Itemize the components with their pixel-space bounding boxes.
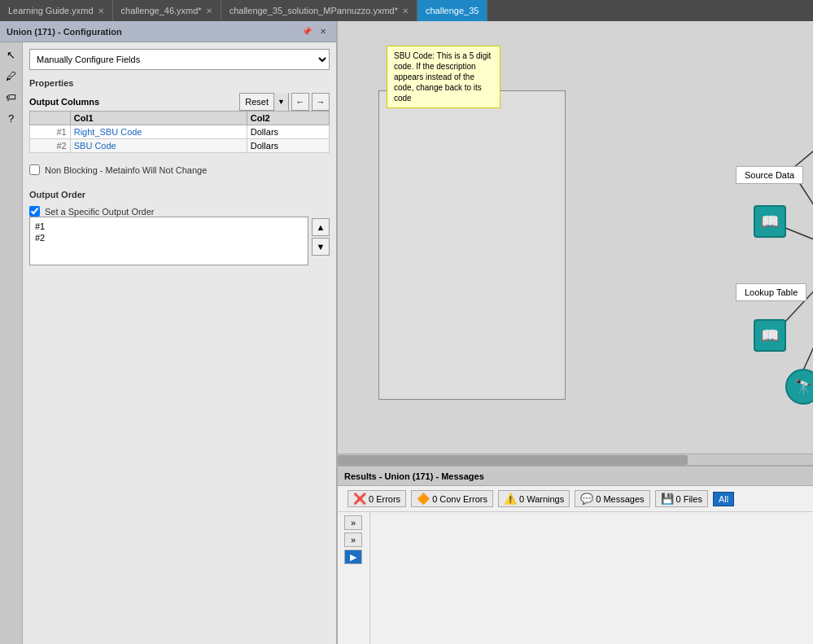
col1-value: SBU Code: [70, 139, 247, 153]
order-buttons: ▲ ▼: [312, 217, 330, 265]
svg-line-3: [799, 265, 813, 379]
table-row[interactable]: #2 SBU Code Dollars: [30, 139, 330, 153]
warnings-label: 0 Warnings: [519, 494, 564, 504]
main-area: Union (171) - Configuration 📌 ✕ ↖ 🖊 🏷 ? …: [0, 21, 813, 644]
svg-line-0: [793, 147, 813, 168]
col2-value: Dollars: [247, 139, 329, 153]
file-icon: 💾: [661, 493, 674, 505]
browse-node-2[interactable]: 🔭: [785, 369, 813, 405]
paint-icon[interactable]: 🖊: [2, 67, 20, 85]
results-title: Results - Union (171) - Messages: [344, 471, 484, 481]
tab-challenge35[interactable]: challenge_35: [417, 0, 487, 21]
left-sidebar: ↖ 🖊 🏷 ? Manually Configure Fields Auto C…: [0, 42, 336, 644]
properties-label: Properties: [29, 78, 330, 88]
book-node-1[interactable]: 📖: [754, 205, 786, 238]
conv-errors-button[interactable]: 🔶 0 Conv Errors: [411, 490, 493, 507]
columns-table: Col1 Col2 #1 Right_SBU Code Dollars: [29, 111, 330, 153]
lookup-table-label: Lookup Table: [745, 287, 798, 297]
canvas-area[interactable]: SBU Code: This is a 5 digit code. If the…: [338, 21, 813, 453]
panel-header-icons: 📌 ✕: [300, 25, 330, 38]
lookup-table-node[interactable]: Lookup Table: [736, 283, 806, 301]
reset-dropdown-arrow[interactable]: ▼: [273, 93, 288, 111]
tab-learning-guide[interactable]: Learning Guide.yxmd ✕: [0, 0, 113, 21]
errors-button[interactable]: ❌ 0 Errors: [347, 490, 406, 507]
tag-icon[interactable]: 🏷: [2, 88, 20, 106]
output-columns-header: Output Columns Reset ▼ ← →: [29, 93, 330, 111]
non-blocking-row: Non Blocking - Metainfo Will Not Change: [29, 164, 330, 175]
panel-content: Manually Configure Fields Auto Config by…: [23, 42, 336, 644]
messages-button[interactable]: 💬 0 Messages: [575, 490, 649, 507]
panel-header: Union (171) - Configuration 📌 ✕: [0, 21, 336, 42]
tab-close-icon[interactable]: ✕: [402, 7, 409, 15]
configure-fields-select[interactable]: Manually Configure Fields Auto Config by…: [29, 49, 330, 70]
canvas-scrollbar[interactable]: [338, 453, 813, 465]
icon-sidebar: ↖ 🖊 🏷 ?: [0, 42, 23, 644]
source-data-node[interactable]: Source Data: [736, 166, 803, 184]
book-node-2[interactable]: 📖: [754, 319, 786, 352]
set-specific-order-row: Set a Specific Output Order: [29, 206, 330, 217]
results-panel: Results - Union (171) - Messages ❌ 0 Err…: [338, 465, 813, 644]
nav-double-forward-2[interactable]: »: [344, 532, 362, 547]
order-item-2: #2: [33, 232, 304, 243]
cursor-icon[interactable]: ↖: [2, 46, 20, 64]
tab-label: challenge_35_solution_MPannuzzo.yxmd*: [229, 6, 398, 15]
help-icon[interactable]: ?: [2, 109, 20, 127]
tab-challenge35-solution[interactable]: challenge_35_solution_MPannuzzo.yxmd* ✕: [221, 0, 417, 21]
tab-label: challenge_35: [426, 6, 479, 15]
warnings-button[interactable]: ⚠️ 0 Warnings: [498, 490, 570, 507]
order-list-box[interactable]: #1 #2: [29, 217, 308, 265]
non-blocking-label: Non Blocking - Metainfo Will Not Change: [45, 165, 207, 175]
output-order-section: Output Order Set a Specific Output Order…: [29, 186, 330, 265]
errors-label: 0 Errors: [369, 494, 400, 504]
input-box: Input: [378, 90, 566, 400]
messages-label: 0 Messages: [596, 494, 644, 504]
tab-bar: Learning Guide.yxmd ✕ challenge_46.yxmd*…: [0, 0, 813, 21]
tooltip-bubble: SBU Code: This is a 5 digit code. If the…: [387, 46, 500, 108]
msg-icon: 💬: [580, 493, 593, 505]
all-button[interactable]: All: [713, 492, 734, 506]
tab-challenge46[interactable]: challenge_46.yxmd* ✕: [113, 0, 221, 21]
svg-line-1: [798, 180, 813, 249]
files-label: 0 Files: [676, 494, 702, 504]
reset-button[interactable]: Reset ▼: [239, 93, 289, 111]
order-up-button[interactable]: ▲: [312, 218, 330, 236]
error-icon: ❌: [353, 493, 366, 505]
output-order-label: Output Order: [29, 190, 330, 199]
results-body: » » ▶: [338, 512, 813, 644]
table-row[interactable]: #1 Right_SBU Code Dollars: [30, 125, 330, 139]
output-columns-section: Output Columns Reset ▼ ← →: [29, 93, 330, 153]
set-specific-order-label: Set a Specific Output Order: [45, 207, 155, 217]
tab-close-icon[interactable]: ✕: [98, 7, 104, 15]
order-item-1: #1: [33, 221, 304, 232]
tab-label: challenge_46.yxmd*: [121, 6, 202, 15]
row-num: #1: [30, 125, 71, 139]
pin-icon[interactable]: 📌: [300, 25, 313, 38]
configure-fields-dropdown-wrapper: Manually Configure Fields Auto Config by…: [29, 49, 330, 70]
nav-play[interactable]: ▶: [344, 550, 362, 564]
results-toolbar: ❌ 0 Errors 🔶 0 Conv Errors ⚠️ 0 Warnings…: [338, 486, 813, 512]
nav-double-forward[interactable]: »: [344, 515, 362, 530]
files-button[interactable]: 💾 0 Files: [655, 490, 708, 507]
tab-label: Learning Guide.yxmd: [8, 6, 94, 15]
conv-errors-label: 0 Conv Errors: [432, 494, 487, 504]
output-columns-controls: Reset ▼ ← →: [239, 93, 330, 111]
col-num-header: [30, 112, 71, 125]
warn-icon: ⚠️: [504, 493, 517, 505]
results-header: Results - Union (171) - Messages: [338, 467, 813, 486]
tab-close-icon[interactable]: ✕: [206, 7, 212, 15]
set-specific-order-checkbox[interactable]: [29, 206, 40, 217]
results-content-area: [370, 512, 813, 644]
col1-value: Right_SBU Code: [70, 125, 247, 139]
move-right-button[interactable]: →: [312, 93, 330, 111]
reset-label: Reset: [240, 97, 273, 107]
panel-title: Union (171) - Configuration: [7, 27, 122, 37]
right-panel: SBU Code: This is a 5 digit code. If the…: [338, 21, 813, 644]
non-blocking-checkbox[interactable]: [29, 164, 40, 175]
tooltip-text: SBU Code: This is a 5 digit code. If the…: [394, 51, 491, 103]
col1-header: Col1: [70, 112, 247, 125]
close-icon[interactable]: ✕: [317, 25, 330, 38]
move-left-button[interactable]: ←: [291, 93, 309, 111]
left-panel: Union (171) - Configuration 📌 ✕ ↖ 🖊 🏷 ? …: [0, 21, 338, 644]
conv-icon: 🔶: [417, 493, 430, 505]
order-down-button[interactable]: ▼: [312, 238, 330, 256]
